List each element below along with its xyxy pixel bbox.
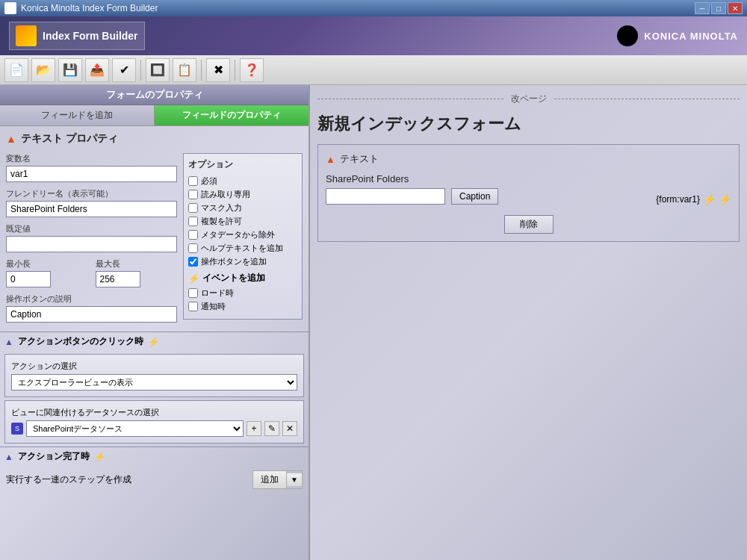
save-button[interactable]: 💾 bbox=[58, 58, 82, 82]
add-button-checkbox[interactable] bbox=[188, 257, 198, 267]
left-panel: フォームのプロパティ フィールドを追加 フィールドのプロパティ ▲ テキスト プ… bbox=[0, 85, 310, 560]
min-max-row: 最小長 最大長 bbox=[6, 258, 177, 287]
add-button-option[interactable]: 操作ボタンを追加 bbox=[188, 256, 297, 267]
readonly-option[interactable]: 読み取り専用 bbox=[188, 189, 297, 200]
help-button[interactable]: ❓ bbox=[240, 58, 264, 82]
mask-option[interactable]: マスク入力 bbox=[188, 202, 297, 214]
datasource-add-btn[interactable]: + bbox=[247, 421, 261, 436]
toolbar-separator-1 bbox=[140, 60, 141, 81]
form-preview: ▲ テキスト SharePoint Folders Caption {form:… bbox=[317, 144, 740, 242]
events-title: ⚡ イベントを追加 bbox=[188, 272, 297, 284]
main-area: フォームのプロパティ フィールドを追加 フィールドのプロパティ ▲ テキスト プ… bbox=[0, 85, 747, 560]
tab-field-props[interactable]: フィールドのプロパティ bbox=[155, 105, 309, 126]
add-step-text: 実行する一連のステップを作成 bbox=[6, 473, 131, 486]
events-section: ⚡ イベントを追加 ロード時 通知時 bbox=[188, 272, 297, 312]
app-logo: Index Form Builder bbox=[9, 22, 145, 50]
exclude-metadata-option[interactable]: メタデータから除外 bbox=[188, 229, 297, 240]
readonly-checkbox[interactable] bbox=[188, 190, 198, 199]
friendly-input[interactable] bbox=[6, 201, 177, 217]
datasource-section: ビューに関連付けるデータソースの選択 S SharePointデータソース + … bbox=[4, 400, 304, 444]
preview-section-title: ▲ テキスト bbox=[326, 152, 731, 166]
button-desc-label: 操作ボタンの説明 bbox=[6, 293, 177, 305]
var-label: 変数名 bbox=[6, 153, 177, 164]
on-load-checkbox[interactable] bbox=[188, 288, 198, 298]
allow-copy-option[interactable]: 複製を許可 bbox=[188, 216, 297, 227]
add-btn-arrow[interactable]: ▼ bbox=[287, 473, 302, 486]
tab-add-field[interactable]: フィールドを追加 bbox=[0, 105, 155, 126]
layout-button[interactable]: 📋 bbox=[173, 58, 196, 82]
on-load-option[interactable]: ロード時 bbox=[188, 287, 297, 299]
panel-title: フォームのプロパティ bbox=[0, 85, 309, 105]
close-button[interactable]: ✕ bbox=[728, 2, 743, 14]
action-choice-section: アクションの選択 エクスプローラービューの表示 bbox=[4, 354, 304, 397]
var-input[interactable] bbox=[6, 166, 177, 182]
on-notify-checkbox[interactable] bbox=[188, 302, 198, 311]
min-label: 最小長 bbox=[6, 258, 88, 270]
page-break-line: 改ページ bbox=[317, 93, 740, 105]
toolbar: 📄 📂 💾 📤 ✔ 🔲 📋 ✖ ❓ bbox=[0, 55, 747, 85]
mask-checkbox[interactable] bbox=[188, 203, 198, 213]
default-value-group: 既定値 bbox=[6, 223, 177, 252]
preview-text-input[interactable] bbox=[326, 188, 445, 205]
required-checkbox[interactable] bbox=[188, 176, 198, 186]
preview-lightning-1: ⚡ bbox=[703, 193, 716, 205]
form-title: 新規インデックスフォーム bbox=[317, 113, 740, 135]
insert-button[interactable]: 🔲 bbox=[146, 58, 170, 82]
action-lightning-icon: ⚡ bbox=[148, 337, 159, 347]
allow-copy-checkbox[interactable] bbox=[188, 217, 198, 226]
maximize-button[interactable]: □ bbox=[711, 2, 726, 14]
datasource-edit-btn[interactable]: ✎ bbox=[264, 421, 279, 436]
var-name-group: 変数名 bbox=[6, 153, 177, 182]
section-title: ▲ テキスト プロパティ bbox=[6, 132, 303, 146]
action-select[interactable]: エクスプローラービューの表示 bbox=[11, 374, 297, 391]
window-icon bbox=[4, 2, 16, 14]
datasource-label: ビューに関連付けるデータソースの選択 bbox=[11, 407, 297, 418]
action-section-header[interactable]: ▲ アクションボタンのクリック時 ⚡ bbox=[0, 332, 309, 351]
check-button[interactable]: ✔ bbox=[112, 58, 136, 82]
complete-section-header[interactable]: ▲ アクション完了時 ⚡ bbox=[0, 447, 309, 466]
export-button[interactable]: 📤 bbox=[85, 58, 109, 82]
max-col: 最大長 bbox=[96, 258, 178, 287]
app-header: Index Form Builder KONICA MINOLTA bbox=[0, 16, 747, 55]
preview-field-label: SharePoint Folders bbox=[326, 173, 731, 184]
datasource-remove-btn[interactable]: ✕ bbox=[282, 421, 297, 436]
on-notify-option[interactable]: 通知時 bbox=[188, 301, 297, 312]
datasource-icon: S bbox=[11, 423, 23, 435]
tab-bar: フィールドを追加 フィールドのプロパティ bbox=[0, 105, 309, 126]
page-break-dash-left bbox=[317, 99, 503, 99]
max-label: 最大長 bbox=[96, 258, 178, 270]
window-controls: ─ □ ✕ bbox=[695, 2, 743, 14]
page-break-label: 改ページ bbox=[503, 93, 554, 105]
exclude-metadata-checkbox[interactable] bbox=[188, 230, 198, 240]
add-help-checkbox[interactable] bbox=[188, 243, 198, 253]
min-input[interactable] bbox=[6, 271, 51, 287]
preview-section-icon: ▲ bbox=[326, 154, 335, 165]
delete-button[interactable]: 削除 bbox=[504, 215, 554, 234]
friendly-label: フレンドリー名（表示可能） bbox=[6, 188, 177, 199]
app-name: Index Form Builder bbox=[43, 30, 138, 42]
complete-lightning-icon: ⚡ bbox=[94, 452, 105, 462]
options-panel: オプション 必須 読み取り専用 マスク入力 bbox=[183, 153, 303, 320]
add-btn-main[interactable]: 追加 bbox=[253, 471, 287, 488]
brand-logo: KONICA MINOLTA bbox=[617, 25, 738, 46]
max-input[interactable] bbox=[96, 271, 140, 287]
button-desc-input[interactable] bbox=[6, 306, 177, 323]
minimize-button[interactable]: ─ bbox=[695, 2, 710, 14]
toolbar-separator-2 bbox=[201, 60, 202, 81]
window-title: Konica Minolta Index Form Builder bbox=[21, 3, 158, 13]
right-panel: 改ページ 新規インデックスフォーム ▲ テキスト SharePoint Fold… bbox=[310, 85, 747, 560]
page-break-dash-right bbox=[554, 99, 740, 99]
form-ref-area: {form:var1} ⚡ ⚡ bbox=[656, 193, 731, 205]
datasource-select[interactable]: SharePointデータソース bbox=[26, 420, 244, 437]
default-input[interactable] bbox=[6, 236, 177, 252]
preview-lightning-2: ⚡ bbox=[719, 193, 731, 205]
required-option[interactable]: 必須 bbox=[188, 175, 297, 187]
add-help-option[interactable]: ヘルプテキストを追加 bbox=[188, 243, 297, 254]
lightning-icon: ⚡ bbox=[188, 273, 199, 284]
action-choice-label: アクションの選択 bbox=[11, 361, 297, 372]
preview-caption-btn[interactable]: Caption bbox=[451, 188, 498, 205]
delete-toolbar-button[interactable]: ✖ bbox=[206, 58, 230, 82]
open-button[interactable]: 📂 bbox=[31, 58, 55, 82]
new-button[interactable]: 📄 bbox=[4, 58, 28, 82]
preview-field-row: Caption bbox=[326, 188, 498, 205]
